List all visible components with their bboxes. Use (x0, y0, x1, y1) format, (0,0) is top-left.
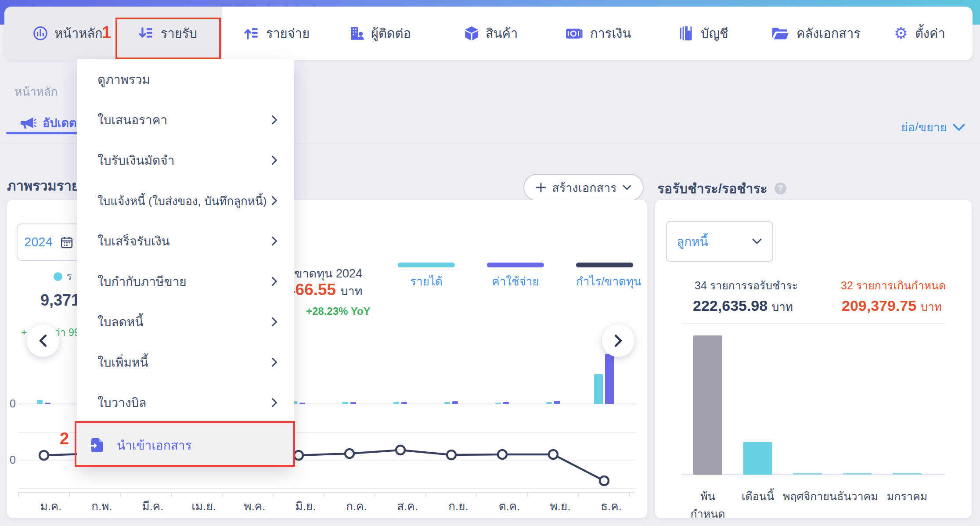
menu-item-label: ใบรับเงินมัดจำ (97, 151, 174, 170)
month-label: ก.พ. (82, 497, 122, 515)
chevron-right-icon (270, 114, 279, 126)
menu-item-label: ดูภาพรวม (97, 70, 150, 89)
nav-item-contacts[interactable]: ผู้ติดต่อ (349, 7, 411, 60)
menu-item-billing-note[interactable]: ใบวางบิล (77, 382, 294, 423)
nav-label-accounting: บัญชี (701, 23, 728, 43)
month-label: ส.ค. (387, 497, 428, 515)
annotation-step-2: 2 (60, 429, 69, 448)
month-label: มี.ค. (133, 497, 173, 515)
cube-icon (464, 25, 479, 41)
chevron-right-icon (270, 316, 279, 328)
nav-item-products[interactable]: สินค้า (464, 7, 518, 60)
overview-title: ภาพรวมราย (7, 175, 79, 197)
nav-label-products: สินค้า (486, 23, 518, 43)
annotation-box-1 (115, 18, 221, 59)
create-document-button[interactable]: สร้างเอกสาร (523, 174, 644, 201)
pending-card: ลูกหนี้ 34 รายการรอรับชำระ 222,635.98 บา… (655, 200, 972, 518)
y-zero-bars: 0 (4, 397, 16, 410)
contacts-icon (349, 25, 365, 41)
ledger-book-icon (679, 25, 695, 41)
plus-icon (535, 182, 547, 193)
annotation-step-1: 1 (102, 23, 111, 42)
collapse-expand-label: ย่อ/ขยาย (901, 118, 947, 137)
nav-label-settings: ตั้งค่า (915, 23, 945, 43)
help-icon[interactable]: ? (775, 183, 786, 195)
menu-item-label: ใบลดหนี้ (97, 312, 143, 331)
folder-open-icon (771, 25, 790, 41)
month-label: พ.ค. (234, 497, 275, 515)
nav-label-contacts: ผู้ติดต่อ (371, 23, 411, 43)
menu-item-label: ใบเสร็จรับเงิน (97, 231, 170, 251)
nav-item-finance[interactable]: การเงิน (565, 7, 631, 60)
menu-item-label: ใบเพิ่มหนี้ (97, 353, 148, 372)
nav-item-expense[interactable]: รายจ่าย (244, 7, 310, 60)
menu-item-invoice[interactable]: ใบแจ้งหนี้ (ใบส่งของ, บันทึกลูกหนี้) (77, 180, 294, 221)
gear-icon: ⚙ (893, 25, 909, 41)
chart-prev-button[interactable] (27, 324, 59, 357)
menu-item-credit-note[interactable]: ใบลดหนี้ (77, 302, 294, 342)
menu-item-label: ใบวางบิล (97, 393, 147, 412)
nav-item-accounting[interactable]: บัญชี (679, 7, 728, 60)
month-label: เม.ย. (184, 497, 224, 515)
pending-chart (655, 200, 972, 518)
menu-item-label: ใบเสนอราคา (97, 110, 167, 130)
chevron-right-icon (270, 195, 279, 206)
menu-item-label: ใบแจ้งหนี้ (ใบส่งของ, บันทึกลูกหนี้) (97, 192, 267, 210)
chevron-right-icon (270, 276, 279, 287)
nav-item-settings[interactable]: ⚙ ตั้งค่า (893, 7, 945, 60)
month-label: พ.ย. (540, 497, 580, 515)
app-window: หน้าหลัก 1 รายรับ รายจ่าย ผู้ติดต่อ (0, 0, 980, 526)
menu-item-debit-note[interactable]: ใบเพิ่มหนี้ (77, 342, 294, 382)
menu-item-tax-invoice[interactable]: ใบกำกับภาษีขาย (77, 261, 294, 302)
pending-category-label: พฤศจิกายน (783, 487, 832, 505)
menu-item-overview[interactable]: ดูภาพรวม (77, 59, 294, 100)
create-document-label: สร้างเอกสาร (552, 178, 616, 197)
tab-updates[interactable]: อัปเดตล (20, 113, 84, 132)
month-label: มิ.ย. (285, 497, 326, 515)
megaphone-icon (20, 115, 36, 130)
expense-list-icon (244, 25, 260, 41)
chevron-right-icon (270, 357, 279, 368)
month-label: ธ.ค. (591, 497, 631, 515)
nav-label-finance: การเงิน (590, 23, 631, 43)
nav-label-home: หน้าหลัก (54, 23, 103, 43)
nav-item-documents[interactable]: คลังเอกสาร (771, 7, 861, 60)
menu-item-quotation[interactable]: ใบเสนอราคา (77, 100, 294, 140)
month-label: ก.ค. (336, 497, 377, 515)
menu-item-deposit-receipt[interactable]: ใบรับเงินมัดจำ (77, 140, 294, 180)
money-icon (565, 25, 584, 41)
chevron-right-icon (270, 235, 279, 247)
pending-category-label: เดือนนี้ (733, 487, 782, 505)
chevron-right-icon (270, 155, 279, 166)
breadcrumb: หน้าหลัก (14, 83, 58, 101)
menu-item-receipt[interactable]: ใบเสร็จรับเงิน (77, 221, 294, 261)
collapse-expand-toggle[interactable]: ย่อ/ขยาย (901, 118, 966, 137)
chart-next-button[interactable] (602, 324, 634, 357)
y-zero-line: 0 (4, 454, 16, 466)
month-label: ม.ค. (31, 497, 71, 515)
pending-title-label: รอรับชำระ/รอชำระ (657, 178, 767, 199)
pending-category-label: มกราคม (883, 487, 932, 505)
chevron-right-icon (270, 397, 279, 408)
pending-category-label: พ้นกำหนด (683, 487, 732, 522)
chevron-down-icon (952, 122, 966, 133)
pending-title: รอรับชำระ/รอชำระ ? (657, 178, 786, 199)
chevron-down-icon (622, 184, 632, 191)
revenue-dropdown-menu: ดูภาพรวม ใบเสนอราคา ใบรับเงินมัดจำ ใบแจ้… (77, 59, 294, 467)
menu-item-label: ใบกำกับภาษีขาย (97, 272, 187, 291)
month-label: ต.ค. (489, 497, 530, 515)
nav-label-documents: คลังเอกสาร (796, 23, 861, 43)
dashboard-icon (32, 25, 48, 41)
month-label: ก.ย. (438, 497, 479, 515)
nav-label-expense: รายจ่าย (266, 23, 310, 43)
nav-item-home[interactable]: หน้าหลัก (32, 7, 103, 60)
pending-category-label: ธันวาคม (833, 487, 882, 505)
annotation-box-2 (75, 421, 295, 467)
